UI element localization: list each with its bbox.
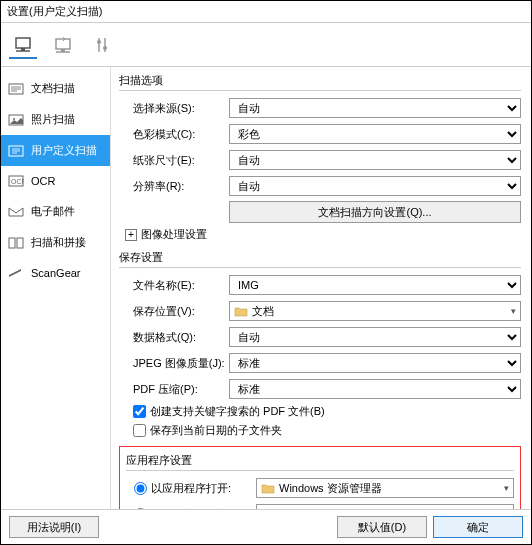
- instructions-button[interactable]: 用法说明(I): [9, 516, 99, 538]
- sidebar-label: OCR: [31, 175, 55, 187]
- sidebar: 文档扫描 照片扫描 用户定义扫描 OCR OCR 电子邮件 扫描和拼接 Scan…: [1, 67, 111, 509]
- source-select[interactable]: 自动: [229, 98, 521, 118]
- field-label: 选择来源(S):: [119, 101, 229, 116]
- svg-point-4: [97, 40, 101, 44]
- defaults-button[interactable]: 默认值(D): [337, 516, 427, 538]
- app-settings-highlight: 应用程序设置 以应用程序打开: Windows 资源管理器 发送到应用程序: 预…: [119, 446, 521, 509]
- toolbar: [1, 23, 531, 67]
- format-select[interactable]: 自动: [229, 327, 521, 347]
- location-select[interactable]: 文档: [229, 301, 521, 321]
- sidebar-label: 文档扫描: [31, 81, 75, 96]
- email-icon: [7, 205, 25, 219]
- field-label: 文件名称(E):: [119, 278, 229, 293]
- paper-size-select[interactable]: 自动: [229, 150, 521, 170]
- titlebar: 设置(用户定义扫描): [1, 1, 531, 23]
- settings-window: 设置(用户定义扫描) 文档扫描 照片扫描 用户定义扫描 OCR OCR 电子邮件: [0, 0, 532, 545]
- field-label: 数据格式(Q):: [119, 330, 229, 345]
- sidebar-label: 用户定义扫描: [31, 143, 97, 158]
- ok-button[interactable]: 确定: [433, 516, 523, 538]
- keyword-pdf-checkbox[interactable]: [133, 405, 146, 418]
- custom-icon: [7, 144, 25, 158]
- svg-rect-12: [9, 238, 15, 248]
- sidebar-item-custom-scan[interactable]: 用户定义扫描: [1, 135, 110, 166]
- group-title: 扫描选项: [119, 73, 521, 91]
- group-title: 应用程序设置: [126, 453, 514, 471]
- sidebar-item-photo-scan[interactable]: 照片扫描: [1, 104, 110, 135]
- document-icon: [7, 82, 25, 96]
- sidebar-label: 扫描和拼接: [31, 235, 86, 250]
- svg-rect-13: [17, 238, 23, 248]
- sidebar-item-scangear[interactable]: ScanGear: [1, 258, 110, 288]
- filename-select[interactable]: IMG: [229, 275, 521, 295]
- svg-text:OCR: OCR: [11, 178, 24, 185]
- tab-scan-icon[interactable]: [9, 31, 37, 59]
- jpeg-quality-select[interactable]: 标准: [229, 353, 521, 373]
- sidebar-item-email[interactable]: 电子邮件: [1, 196, 110, 227]
- field-label: PDF 压缩(P):: [119, 382, 229, 397]
- svg-point-8: [13, 118, 15, 120]
- explorer-icon: [261, 482, 275, 494]
- folder-icon: [261, 508, 275, 509]
- scan-options-group: 扫描选项 选择来源(S): 自动 色彩模式(C): 彩色 纸张尺寸(E): 自动…: [119, 73, 521, 242]
- window-title: 设置(用户定义扫描): [7, 4, 102, 19]
- group-title: 保存设置: [119, 250, 521, 268]
- field-label: 分辨率(R):: [119, 179, 229, 194]
- orientation-button[interactable]: 文档扫描方向设置(Q)...: [229, 201, 521, 223]
- sidebar-item-doc-scan[interactable]: 文档扫描: [1, 73, 110, 104]
- date-subfolder-checkbox[interactable]: [133, 424, 146, 437]
- field-label: 色彩模式(C):: [119, 127, 229, 142]
- sidebar-label: 电子邮件: [31, 204, 75, 219]
- main-panel: 扫描选项 选择来源(S): 自动 色彩模式(C): 彩色 纸张尺寸(E): 自动…: [111, 67, 531, 509]
- sidebar-label: 照片扫描: [31, 112, 75, 127]
- expand-toggle[interactable]: +: [125, 229, 137, 241]
- radio-open-with-app[interactable]: 以应用程序打开:: [126, 481, 256, 496]
- svg-rect-0: [16, 38, 30, 48]
- checkbox-label: 创建支持关键字搜索的 PDF 文件(B): [150, 404, 325, 419]
- checkbox-label: 保存到当前日期的子文件夹: [150, 423, 282, 438]
- footer: 用法说明(I) 默认值(D) 确定: [1, 509, 531, 544]
- expand-label: 图像处理设置: [141, 227, 207, 242]
- photo-icon: [7, 113, 25, 127]
- sidebar-item-ocr[interactable]: OCR OCR: [1, 166, 110, 196]
- ocr-icon: OCR: [7, 174, 25, 188]
- sidebar-label: ScanGear: [31, 267, 81, 279]
- pdf-compression-select[interactable]: 标准: [229, 379, 521, 399]
- field-label: JPEG 图像质量(J):: [119, 356, 229, 371]
- resolution-select[interactable]: 自动: [229, 176, 521, 196]
- svg-point-5: [103, 46, 107, 50]
- sidebar-item-scan-stitch[interactable]: 扫描和拼接: [1, 227, 110, 258]
- field-label: 保存位置(V):: [119, 304, 229, 319]
- svg-rect-3: [61, 49, 65, 52]
- color-mode-select[interactable]: 彩色: [229, 124, 521, 144]
- save-settings-group: 保存设置 文件名称(E): IMG 保存位置(V): 文档 数据格式(Q): 自…: [119, 250, 521, 438]
- svg-rect-1: [21, 48, 25, 51]
- send-app-select[interactable]: 预览: [256, 504, 514, 509]
- stitch-icon: [7, 236, 25, 250]
- folder-icon: [234, 305, 248, 317]
- open-app-select[interactable]: Windows 资源管理器: [256, 478, 514, 498]
- tab-scan2-icon[interactable]: [49, 31, 77, 59]
- field-label: 纸张尺寸(E):: [119, 153, 229, 168]
- scanner-icon: [7, 266, 25, 280]
- tab-tools-icon[interactable]: [89, 31, 117, 59]
